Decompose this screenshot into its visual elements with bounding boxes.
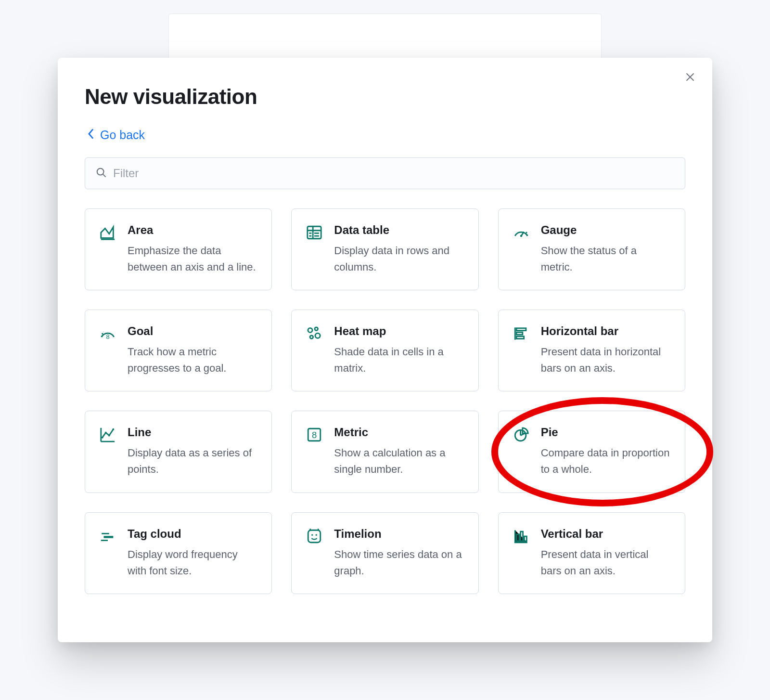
viz-card-line[interactable]: LineDisplay data as a series of points. [85, 411, 272, 493]
card-description: Present data in horizontal bars on an ax… [541, 344, 670, 376]
chevron-left-icon [88, 128, 94, 142]
card-description: Emphasize the data between an axis and a… [128, 243, 257, 275]
viz-card-heat-map[interactable]: Heat mapShade data in cells in a matrix. [291, 310, 478, 391]
go-back-label: Go back [100, 128, 145, 142]
card-description: Display data as a series of points. [128, 445, 257, 478]
card-description: Compare data in proportion to a whole. [541, 445, 670, 478]
horizontal-bar-icon [513, 325, 529, 342]
card-title: Gauge [541, 223, 670, 237]
viz-card-pie[interactable]: PieCompare data in proportion to a whole… [498, 411, 685, 493]
card-description: Show a calculation as a single number. [334, 445, 463, 478]
card-description: Present data in vertical bars on an axis… [541, 546, 670, 579]
line-icon [100, 427, 116, 443]
card-body: PieCompare data in proportion to a whole… [541, 426, 670, 478]
card-body: LineDisplay data as a series of points. [128, 426, 257, 478]
card-body: Heat mapShade data in cells in a matrix. [334, 324, 463, 376]
card-body: Data tableDisplay data in rows and colum… [334, 223, 463, 275]
svg-point-0 [97, 169, 104, 175]
gauge-icon [513, 224, 529, 241]
close-icon [685, 72, 695, 84]
search-icon [96, 167, 106, 180]
card-title: Line [128, 426, 257, 439]
viz-card-area[interactable]: AreaEmphasize the data between an axis a… [85, 208, 272, 290]
card-title: Data table [334, 223, 463, 237]
card-body: Vertical barPresent data in vertical bar… [541, 527, 670, 579]
pie-icon [513, 427, 529, 443]
timelion-icon [306, 528, 322, 544]
tag-cloud-icon [100, 528, 116, 544]
card-body: Horizontal barPresent data in horizontal… [541, 324, 670, 376]
new-visualization-modal: New visualization Go back AreaEmphasize … [58, 58, 712, 642]
filter-input[interactable] [113, 167, 674, 180]
card-body: GaugeShow the status of a metric. [541, 223, 670, 275]
card-description: Track how a metric progresses to a goal. [128, 344, 257, 376]
card-description: Display word frequency with font size. [128, 546, 257, 579]
vertical-bar-icon [513, 528, 529, 544]
area-icon [100, 224, 116, 241]
card-title: Horizontal bar [541, 324, 670, 338]
filter-field[interactable] [85, 157, 685, 189]
visualization-grid: AreaEmphasize the data between an axis a… [85, 208, 685, 594]
close-button[interactable] [681, 69, 699, 87]
viz-card-data-table[interactable]: Data tableDisplay data in rows and colum… [291, 208, 478, 290]
metric-icon [306, 427, 322, 443]
card-description: Display data in rows and columns. [334, 243, 463, 275]
goal-icon [100, 325, 116, 342]
card-body: AreaEmphasize the data between an axis a… [128, 223, 257, 275]
card-title: Timelion [334, 527, 463, 541]
viz-card-metric[interactable]: MetricShow a calculation as a single num… [291, 411, 478, 493]
card-title: Goal [128, 324, 257, 338]
card-body: GoalTrack how a metric progresses to a g… [128, 324, 257, 376]
go-back-link[interactable]: Go back [88, 128, 145, 142]
card-title: Metric [334, 426, 463, 439]
card-body: Tag cloudDisplay word frequency with fon… [128, 527, 257, 579]
modal-title: New visualization [85, 85, 685, 109]
viz-card-vertical-bar[interactable]: Vertical barPresent data in vertical bar… [498, 512, 685, 594]
viz-card-goal[interactable]: GoalTrack how a metric progresses to a g… [85, 310, 272, 391]
card-description: Show the status of a metric. [541, 243, 670, 275]
card-title: Tag cloud [128, 527, 257, 541]
card-description: Show time series data on a graph. [334, 546, 463, 579]
viz-card-timelion[interactable]: TimelionShow time series data on a graph… [291, 512, 478, 594]
viz-card-horizontal-bar[interactable]: Horizontal barPresent data in horizontal… [498, 310, 685, 391]
card-body: TimelionShow time series data on a graph… [334, 527, 463, 579]
card-title: Heat map [334, 324, 463, 338]
card-title: Vertical bar [541, 527, 670, 541]
viz-card-gauge[interactable]: GaugeShow the status of a metric. [498, 208, 685, 290]
card-description: Shade data in cells in a matrix. [334, 344, 463, 376]
viz-card-tag-cloud[interactable]: Tag cloudDisplay word frequency with fon… [85, 512, 272, 594]
card-body: MetricShow a calculation as a single num… [334, 426, 463, 478]
heatmap-icon [306, 325, 322, 342]
card-title: Area [128, 223, 257, 237]
card-title: Pie [541, 426, 670, 439]
data-table-icon [306, 224, 322, 241]
